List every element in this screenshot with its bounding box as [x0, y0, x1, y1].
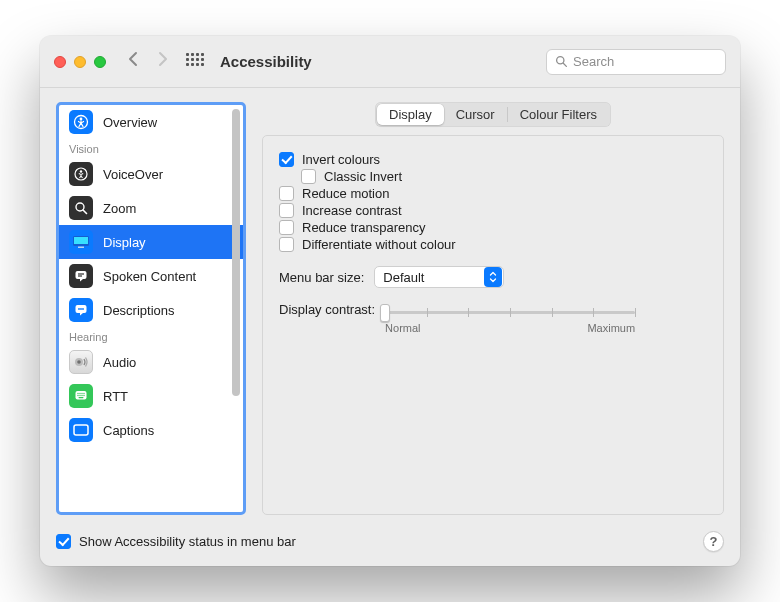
zoom-magnifier-icon: [69, 196, 93, 220]
audio-icon: [69, 350, 93, 374]
zoom-icon[interactable]: [94, 56, 106, 68]
svg-point-16: [80, 308, 82, 310]
reduce-motion-label: Reduce motion: [302, 186, 389, 201]
classic-invert-label: Classic Invert: [324, 169, 402, 184]
sidebar-item-overview[interactable]: Overview: [59, 105, 243, 139]
svg-rect-20: [76, 391, 87, 400]
sidebar-item-descriptions[interactable]: Descriptions: [59, 293, 243, 327]
sidebar-item-voiceover[interactable]: VoiceOver: [59, 157, 243, 191]
window-title: Accessibility: [220, 53, 312, 70]
back-button[interactable]: [124, 51, 143, 72]
svg-rect-10: [78, 247, 84, 249]
svg-point-27: [81, 395, 82, 396]
show-all-button[interactable]: [186, 53, 204, 71]
slider-thumb[interactable]: [380, 304, 390, 322]
svg-rect-29: [79, 397, 84, 398]
search-input[interactable]: [573, 54, 717, 69]
svg-point-3: [80, 118, 83, 121]
chevron-left-icon: [128, 51, 139, 67]
sidebar-category-vision: Vision: [59, 139, 243, 157]
sidebar-item-label: Overview: [103, 115, 157, 130]
forward-button[interactable]: [153, 51, 172, 72]
content: Overview Vision VoiceOver Zoom: [40, 88, 740, 523]
voiceover-icon: [69, 162, 93, 186]
classic-invert-checkbox[interactable]: [301, 169, 316, 184]
main-panel: Display Cursor Colour Filters Invert col…: [262, 102, 724, 515]
reduce-transparency-checkbox[interactable]: [279, 220, 294, 235]
search-field[interactable]: [546, 49, 726, 75]
minimize-icon[interactable]: [74, 56, 86, 68]
svg-point-19: [77, 360, 81, 364]
sidebar-item-label: Display: [103, 235, 146, 250]
contrast-min-label: Normal: [385, 322, 420, 334]
sidebar-item-label: Captions: [103, 423, 154, 438]
svg-point-24: [83, 393, 84, 394]
scrollbar-thumb[interactable]: [232, 109, 240, 396]
svg-point-25: [77, 395, 78, 396]
captions-icon: [69, 418, 93, 442]
svg-line-7: [83, 210, 87, 214]
sidebar-item-spoken-content[interactable]: Spoken Content: [59, 259, 243, 293]
tab-display[interactable]: Display: [377, 104, 444, 125]
svg-point-26: [79, 395, 80, 396]
svg-point-5: [80, 170, 82, 172]
show-status-label: Show Accessibility status in menu bar: [79, 534, 296, 549]
svg-rect-30: [74, 425, 88, 435]
sidebar-item-label: Spoken Content: [103, 269, 196, 284]
menu-bar-size-value: Default: [383, 270, 424, 285]
spoken-content-icon: [69, 264, 93, 288]
display-contrast-label: Display contrast:: [279, 302, 375, 317]
display-pane: Invert colours Classic Invert Reduce mot…: [262, 135, 724, 515]
svg-point-28: [83, 395, 84, 396]
menu-bar-size-label: Menu bar size:: [279, 270, 364, 285]
select-stepper-icon: [484, 267, 502, 287]
tab-colour-filters[interactable]: Colour Filters: [508, 104, 609, 125]
sidebar-item-label: VoiceOver: [103, 167, 163, 182]
contrast-max-label: Maximum: [587, 322, 635, 334]
svg-rect-11: [76, 271, 87, 279]
tab-cursor[interactable]: Cursor: [444, 104, 507, 125]
svg-point-23: [81, 393, 82, 394]
sidebar-item-label: RTT: [103, 389, 128, 404]
svg-line-1: [563, 63, 566, 66]
tab-segmented-control: Display Cursor Colour Filters: [375, 102, 611, 127]
sidebar-item-label: Descriptions: [103, 303, 175, 318]
sidebar-item-captions[interactable]: Captions: [59, 413, 243, 447]
display-contrast-slider[interactable]: [385, 302, 635, 322]
svg-point-17: [82, 308, 84, 310]
sidebar-item-zoom[interactable]: Zoom: [59, 191, 243, 225]
window-controls: [54, 56, 106, 68]
menu-bar-size-select[interactable]: Default: [374, 266, 504, 288]
overview-icon: [69, 110, 93, 134]
sidebar-scrollbar[interactable]: [232, 109, 240, 508]
svg-point-21: [77, 393, 78, 394]
increase-contrast-label: Increase contrast: [302, 203, 402, 218]
invert-colours-checkbox[interactable]: [279, 152, 294, 167]
display-icon: [69, 230, 93, 254]
close-icon[interactable]: [54, 56, 66, 68]
toolbar: Accessibility: [40, 36, 740, 88]
rtt-icon: [69, 384, 93, 408]
sidebar-item-display[interactable]: Display: [59, 225, 243, 259]
sidebar-item-rtt[interactable]: RTT: [59, 379, 243, 413]
reduce-motion-checkbox[interactable]: [279, 186, 294, 201]
invert-colours-label: Invert colours: [302, 152, 380, 167]
svg-point-15: [78, 308, 80, 310]
footer: Show Accessibility status in menu bar ?: [40, 523, 740, 566]
reduce-transparency-label: Reduce transparency: [302, 220, 426, 235]
increase-contrast-checkbox[interactable]: [279, 203, 294, 218]
sidebar: Overview Vision VoiceOver Zoom: [56, 102, 246, 515]
svg-rect-9: [74, 237, 88, 244]
help-button[interactable]: ?: [703, 531, 724, 552]
descriptions-icon: [69, 298, 93, 322]
chevron-right-icon: [157, 51, 168, 67]
differentiate-colour-checkbox[interactable]: [279, 237, 294, 252]
preferences-window: Accessibility Overview Vision: [40, 36, 740, 566]
search-icon: [555, 55, 568, 68]
sidebar-category-hearing: Hearing: [59, 327, 243, 345]
sidebar-item-label: Audio: [103, 355, 136, 370]
svg-point-22: [79, 393, 80, 394]
show-status-checkbox[interactable]: [56, 534, 71, 549]
sidebar-item-label: Zoom: [103, 201, 136, 216]
sidebar-item-audio[interactable]: Audio: [59, 345, 243, 379]
